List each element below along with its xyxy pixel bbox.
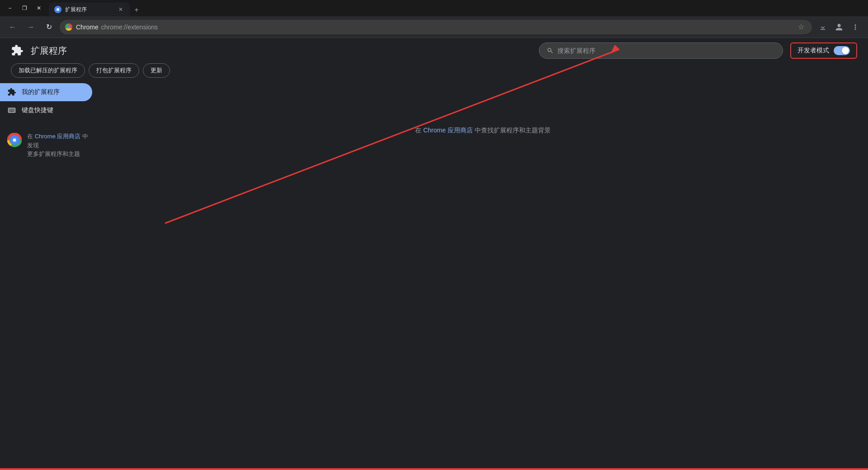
refresh-button[interactable]: ↻ — [42, 20, 56, 34]
chrome-store-text: 在 Chrome 应用商店 中发现更多扩展程序和主题 — [27, 132, 90, 159]
empty-state-text: 在 Chrome 应用商店 中查找扩展程序和主题背景 — [415, 127, 550, 135]
extensions-header: 扩展程序 开发者模式 — [0, 38, 868, 63]
action-buttons-bar: 加载已解压的扩展程序 打包扩展程序 更新 — [11, 63, 170, 78]
keyboard-shortcuts-label: 键盘快捷键 — [22, 106, 53, 114]
address-url: chrome://extensions — [101, 24, 158, 31]
chrome-store-sidebar[interactable]: 在 Chrome 应用商店 中发现更多扩展程序和主题 — [0, 125, 98, 166]
svg-point-1 — [57, 8, 59, 11]
keyboard-icon — [7, 106, 16, 115]
titlebar: − ❐ ✕ 扩展程序 ✕ + — [0, 0, 868, 16]
tab-bar: 扩展程序 ✕ + — [49, 0, 861, 16]
sidebar-item-keyboard-shortcuts[interactable]: 键盘快捷键 — [0, 101, 92, 119]
tab-title: 扩展程序 — [65, 6, 113, 14]
address-text: Chrome chrome://extensions — [76, 24, 158, 31]
forward-button[interactable]: → — [24, 20, 38, 34]
bookmark-button[interactable]: ☆ — [796, 22, 807, 33]
sidebar-item-my-extensions[interactable]: 我的扩展程序 — [0, 83, 92, 101]
chrome-store-link[interactable]: Chrome 应用商店 — [35, 133, 81, 140]
empty-state: 在 Chrome 应用商店 中查找扩展程序和主题背景 — [98, 81, 868, 470]
load-unpacked-button[interactable]: 加载已解压的扩展程序 — [11, 63, 85, 78]
tab-close-button[interactable]: ✕ — [117, 5, 125, 14]
account-button[interactable] — [832, 20, 846, 34]
menu-button[interactable] — [848, 20, 863, 34]
developer-mode-label: 开发者模式 — [797, 47, 829, 55]
store-find-prefix: 在 — [415, 127, 423, 134]
active-tab[interactable]: 扩展程序 ✕ — [49, 3, 130, 16]
search-icon — [547, 47, 554, 54]
maximize-button[interactable]: ❐ — [18, 2, 31, 14]
store-find-suffix: 中查找扩展程序和主题背景 — [475, 127, 551, 134]
sidebar: 我的扩展程序 键盘快捷键 — [0, 38, 98, 470]
titlebar-left: − ❐ ✕ — [4, 2, 45, 14]
pack-extension-button[interactable]: 打包扩展程序 — [89, 63, 139, 78]
extensions-logo — [11, 44, 24, 57]
store-prefix: 在 — [27, 133, 33, 140]
search-box[interactable] — [539, 42, 783, 59]
svg-point-6 — [13, 139, 16, 142]
toggle-knob — [842, 47, 849, 54]
search-input[interactable] — [557, 47, 775, 54]
bottom-bar — [0, 468, 868, 470]
main-content: 在 Chrome 应用商店 中查找扩展程序和主题背景 — [98, 81, 868, 470]
chrome-store-icon — [7, 133, 22, 147]
close-button[interactable]: ✕ — [33, 2, 45, 14]
minimize-button[interactable]: − — [4, 2, 16, 14]
new-tab-button[interactable]: + — [130, 4, 143, 16]
nav-right — [816, 20, 863, 34]
update-button[interactable]: 更新 — [143, 63, 170, 78]
extensions-nav-icon — [7, 88, 16, 97]
site-icon — [65, 24, 72, 31]
page-title: 扩展程序 — [31, 45, 67, 57]
back-button[interactable]: ← — [5, 20, 20, 34]
developer-mode-container: 开发者模式 — [790, 42, 857, 59]
my-extensions-label: 我的扩展程序 — [22, 88, 60, 96]
address-chrome: Chrome — [76, 24, 99, 31]
download-button[interactable] — [816, 20, 830, 34]
navbar: ← → ↻ Chrome chrome://extensions ☆ — [0, 16, 868, 38]
address-bar[interactable]: Chrome chrome://extensions ☆ — [60, 20, 812, 34]
tab-favicon — [54, 6, 61, 13]
store-find-link[interactable]: Chrome 应用商店 — [423, 127, 473, 134]
developer-mode-toggle[interactable] — [834, 46, 850, 55]
